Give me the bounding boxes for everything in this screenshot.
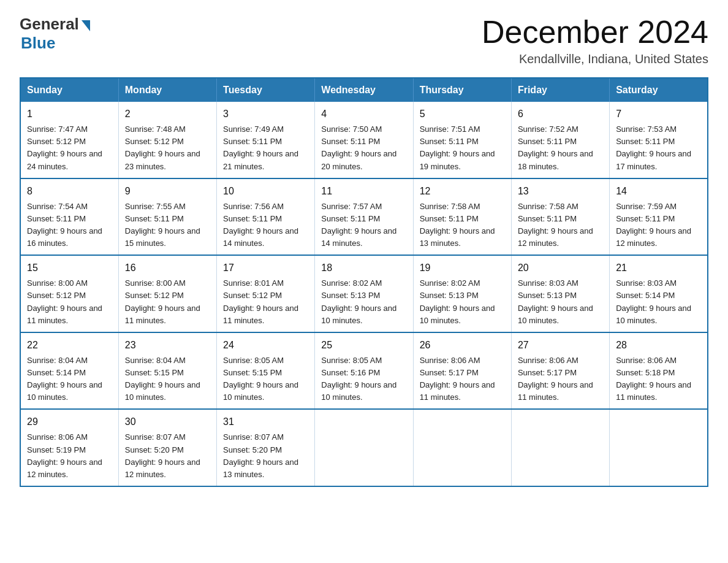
calendar-cell: 9Sunrise: 7:55 AMSunset: 5:11 PMDaylight… <box>118 178 216 256</box>
calendar-cell: 13Sunrise: 7:58 AMSunset: 5:11 PMDayligh… <box>511 178 609 256</box>
header-row: SundayMondayTuesdayWednesdayThursdayFrid… <box>20 78 708 102</box>
calendar-cell: 10Sunrise: 7:56 AMSunset: 5:11 PMDayligh… <box>217 178 315 256</box>
calendar-cell: 4Sunrise: 7:50 AMSunset: 5:11 PMDaylight… <box>315 102 413 178</box>
calendar-cell: 5Sunrise: 7:51 AMSunset: 5:11 PMDaylight… <box>413 102 511 178</box>
day-number: 6 <box>518 107 603 121</box>
day-info: Sunrise: 8:03 AMSunset: 5:14 PMDaylight:… <box>616 278 691 324</box>
day-info: Sunrise: 8:00 AMSunset: 5:12 PMDaylight:… <box>125 278 200 324</box>
calendar-cell: 6Sunrise: 7:52 AMSunset: 5:11 PMDaylight… <box>511 102 609 178</box>
week-row-1: 1Sunrise: 7:47 AMSunset: 5:12 PMDaylight… <box>20 102 708 178</box>
day-number: 27 <box>518 338 603 353</box>
day-info: Sunrise: 8:00 AMSunset: 5:12 PMDaylight:… <box>27 278 102 324</box>
header-sunday: Sunday <box>20 78 118 102</box>
header-tuesday: Tuesday <box>217 78 315 102</box>
calendar-cell: 22Sunrise: 8:04 AMSunset: 5:14 PMDayligh… <box>20 332 118 410</box>
day-number: 24 <box>223 338 308 353</box>
week-row-4: 22Sunrise: 8:04 AMSunset: 5:14 PMDayligh… <box>20 332 708 410</box>
calendar-cell: 26Sunrise: 8:06 AMSunset: 5:17 PMDayligh… <box>413 332 511 410</box>
day-number: 7 <box>616 107 701 121</box>
day-info: Sunrise: 8:06 AMSunset: 5:17 PMDaylight:… <box>518 356 593 402</box>
header-thursday: Thursday <box>413 78 511 102</box>
day-number: 10 <box>223 184 308 199</box>
day-info: Sunrise: 7:53 AMSunset: 5:11 PMDaylight:… <box>616 124 691 170</box>
day-number: 5 <box>420 107 505 121</box>
logo: General Blue <box>20 15 90 53</box>
day-info: Sunrise: 7:47 AMSunset: 5:12 PMDaylight:… <box>27 124 102 170</box>
header-monday: Monday <box>118 78 216 102</box>
calendar-body: 1Sunrise: 7:47 AMSunset: 5:12 PMDaylight… <box>20 102 708 486</box>
day-number: 11 <box>321 184 406 199</box>
day-info: Sunrise: 7:50 AMSunset: 5:11 PMDaylight:… <box>321 124 396 170</box>
day-number: 23 <box>125 338 210 353</box>
day-number: 20 <box>518 261 603 275</box>
day-number: 15 <box>27 261 112 275</box>
week-row-2: 8Sunrise: 7:54 AMSunset: 5:11 PMDaylight… <box>20 178 708 256</box>
day-info: Sunrise: 7:56 AMSunset: 5:11 PMDaylight:… <box>223 202 298 248</box>
calendar-cell: 14Sunrise: 7:59 AMSunset: 5:11 PMDayligh… <box>610 178 708 256</box>
title-section: December 2024 Kendallville, Indiana, Uni… <box>482 15 708 66</box>
day-number: 2 <box>125 107 210 121</box>
header-wednesday: Wednesday <box>315 78 413 102</box>
day-number: 8 <box>27 184 112 199</box>
day-number: 30 <box>125 415 210 429</box>
day-number: 13 <box>518 184 603 199</box>
day-info: Sunrise: 8:07 AMSunset: 5:20 PMDaylight:… <box>125 432 200 478</box>
week-row-3: 15Sunrise: 8:00 AMSunset: 5:12 PMDayligh… <box>20 255 708 332</box>
day-info: Sunrise: 7:54 AMSunset: 5:11 PMDaylight:… <box>27 202 102 248</box>
day-number: 1 <box>27 107 112 121</box>
calendar-cell <box>610 409 708 486</box>
calendar-table: SundayMondayTuesdayWednesdayThursdayFrid… <box>20 77 708 487</box>
calendar-cell <box>315 409 413 486</box>
day-info: Sunrise: 7:52 AMSunset: 5:11 PMDaylight:… <box>518 124 593 170</box>
calendar-cell: 28Sunrise: 8:06 AMSunset: 5:18 PMDayligh… <box>610 332 708 410</box>
day-number: 26 <box>420 338 505 353</box>
day-info: Sunrise: 7:58 AMSunset: 5:11 PMDaylight:… <box>420 202 495 248</box>
day-number: 3 <box>223 107 308 121</box>
day-info: Sunrise: 8:02 AMSunset: 5:13 PMDaylight:… <box>420 278 495 324</box>
day-number: 16 <box>125 261 210 275</box>
day-number: 4 <box>321 107 406 121</box>
calendar-cell: 18Sunrise: 8:02 AMSunset: 5:13 PMDayligh… <box>315 255 413 332</box>
day-number: 22 <box>27 338 112 353</box>
month-title: December 2024 <box>482 15 708 50</box>
day-number: 9 <box>125 184 210 199</box>
day-info: Sunrise: 8:02 AMSunset: 5:13 PMDaylight:… <box>321 278 396 324</box>
header-friday: Friday <box>511 78 609 102</box>
day-number: 28 <box>616 338 701 353</box>
day-info: Sunrise: 7:58 AMSunset: 5:11 PMDaylight:… <box>518 202 593 248</box>
calendar-cell: 31Sunrise: 8:07 AMSunset: 5:20 PMDayligh… <box>217 409 315 486</box>
calendar-cell: 30Sunrise: 8:07 AMSunset: 5:20 PMDayligh… <box>118 409 216 486</box>
day-info: Sunrise: 8:01 AMSunset: 5:12 PMDaylight:… <box>223 278 298 324</box>
day-number: 18 <box>321 261 406 275</box>
calendar-cell: 1Sunrise: 7:47 AMSunset: 5:12 PMDaylight… <box>20 102 118 178</box>
calendar-cell: 3Sunrise: 7:49 AMSunset: 5:11 PMDaylight… <box>217 102 315 178</box>
calendar-cell <box>413 409 511 486</box>
calendar-cell: 20Sunrise: 8:03 AMSunset: 5:13 PMDayligh… <box>511 255 609 332</box>
day-info: Sunrise: 8:05 AMSunset: 5:16 PMDaylight:… <box>321 356 396 402</box>
calendar-cell: 25Sunrise: 8:05 AMSunset: 5:16 PMDayligh… <box>315 332 413 410</box>
calendar-cell: 21Sunrise: 8:03 AMSunset: 5:14 PMDayligh… <box>610 255 708 332</box>
calendar-cell: 2Sunrise: 7:48 AMSunset: 5:12 PMDaylight… <box>118 102 216 178</box>
day-info: Sunrise: 8:07 AMSunset: 5:20 PMDaylight:… <box>223 432 298 478</box>
calendar-cell <box>511 409 609 486</box>
calendar-cell: 7Sunrise: 7:53 AMSunset: 5:11 PMDaylight… <box>610 102 708 178</box>
day-number: 19 <box>420 261 505 275</box>
day-number: 14 <box>616 184 701 199</box>
day-info: Sunrise: 8:06 AMSunset: 5:19 PMDaylight:… <box>27 432 102 478</box>
day-number: 17 <box>223 261 308 275</box>
header-saturday: Saturday <box>610 78 708 102</box>
page-header: General Blue December 2024 Kendallville,… <box>20 15 708 66</box>
day-info: Sunrise: 7:51 AMSunset: 5:11 PMDaylight:… <box>420 124 495 170</box>
day-info: Sunrise: 8:06 AMSunset: 5:18 PMDaylight:… <box>616 356 691 402</box>
day-info: Sunrise: 8:04 AMSunset: 5:15 PMDaylight:… <box>125 356 200 402</box>
calendar-cell: 15Sunrise: 8:00 AMSunset: 5:12 PMDayligh… <box>20 255 118 332</box>
day-info: Sunrise: 8:03 AMSunset: 5:13 PMDaylight:… <box>518 278 593 324</box>
logo-arrow-icon <box>82 20 90 31</box>
calendar-cell: 29Sunrise: 8:06 AMSunset: 5:19 PMDayligh… <box>20 409 118 486</box>
logo-blue-text: Blue <box>21 34 55 53</box>
day-info: Sunrise: 8:06 AMSunset: 5:17 PMDaylight:… <box>420 356 495 402</box>
day-info: Sunrise: 7:55 AMSunset: 5:11 PMDaylight:… <box>125 202 200 248</box>
calendar-cell: 23Sunrise: 8:04 AMSunset: 5:15 PMDayligh… <box>118 332 216 410</box>
calendar-cell: 8Sunrise: 7:54 AMSunset: 5:11 PMDaylight… <box>20 178 118 256</box>
week-row-5: 29Sunrise: 8:06 AMSunset: 5:19 PMDayligh… <box>20 409 708 486</box>
